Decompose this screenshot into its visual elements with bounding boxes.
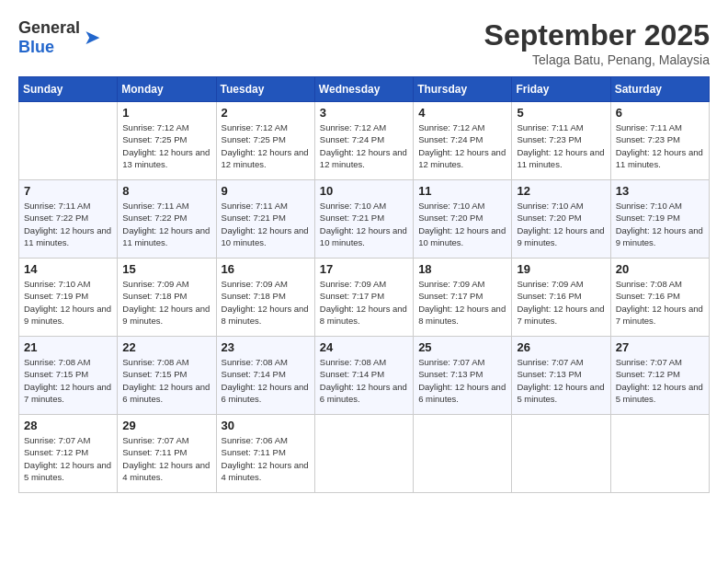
calendar-cell: 9Sunrise: 7:11 AMSunset: 7:21 PMDaylight… — [216, 180, 314, 259]
calendar-cell: 10Sunrise: 7:10 AMSunset: 7:21 PMDayligh… — [314, 180, 413, 259]
calendar-cell: 12Sunrise: 7:10 AMSunset: 7:20 PMDayligh… — [512, 180, 610, 259]
calendar-cell — [314, 415, 413, 493]
day-number: 12 — [517, 184, 605, 198]
day-number: 7 — [24, 184, 112, 198]
day-number: 28 — [24, 419, 112, 432]
day-info: Sunrise: 7:08 AMSunset: 7:16 PMDaylight:… — [616, 278, 704, 327]
day-info: Sunrise: 7:12 AMSunset: 7:25 PMDaylight:… — [122, 121, 210, 170]
calendar-cell: 21Sunrise: 7:08 AMSunset: 7:15 PMDayligh… — [19, 337, 118, 415]
calendar-cell: 27Sunrise: 7:07 AMSunset: 7:12 PMDayligh… — [610, 337, 709, 415]
day-number: 5 — [517, 106, 605, 120]
day-info: Sunrise: 7:10 AMSunset: 7:20 PMDaylight:… — [418, 200, 506, 248]
day-number: 17 — [320, 262, 408, 276]
calendar-cell — [610, 415, 709, 493]
day-number: 26 — [517, 340, 605, 354]
day-number: 9 — [222, 184, 310, 198]
day-number: 25 — [418, 340, 506, 354]
day-info: Sunrise: 7:06 AMSunset: 7:11 PMDaylight:… — [222, 434, 310, 483]
calendar-cell: 22Sunrise: 7:08 AMSunset: 7:15 PMDayligh… — [118, 337, 216, 415]
calendar-week-row: 7Sunrise: 7:11 AMSunset: 7:22 PMDaylight… — [19, 180, 710, 259]
day-number: 14 — [24, 262, 112, 276]
day-info: Sunrise: 7:08 AMSunset: 7:15 PMDaylight:… — [24, 356, 112, 405]
day-number: 2 — [222, 106, 310, 120]
day-info: Sunrise: 7:10 AMSunset: 7:21 PMDaylight:… — [320, 200, 408, 248]
day-number: 18 — [418, 262, 506, 276]
weekday-header-row: SundayMondayTuesdayWednesdayThursdayFrid… — [19, 77, 710, 102]
logo-text: General Blue — [18, 18, 80, 57]
day-info: Sunrise: 7:12 AMSunset: 7:25 PMDaylight:… — [222, 121, 310, 170]
calendar-cell: 23Sunrise: 7:08 AMSunset: 7:14 PMDayligh… — [216, 337, 314, 415]
day-number: 30 — [222, 419, 310, 432]
logo-blue: Blue — [18, 38, 54, 56]
weekday-header-tuesday: Tuesday — [216, 77, 314, 102]
calendar-week-row: 21Sunrise: 7:08 AMSunset: 7:15 PMDayligh… — [19, 337, 710, 415]
day-info: Sunrise: 7:10 AMSunset: 7:19 PMDaylight:… — [616, 200, 704, 248]
logo: General Blue ➤ — [18, 18, 100, 57]
calendar-cell: 3Sunrise: 7:12 AMSunset: 7:24 PMDaylight… — [314, 102, 413, 180]
day-info: Sunrise: 7:09 AMSunset: 7:16 PMDaylight:… — [517, 278, 605, 327]
day-number: 1 — [122, 106, 210, 120]
day-info: Sunrise: 7:07 AMSunset: 7:12 PMDaylight:… — [616, 356, 704, 405]
day-number: 11 — [418, 184, 506, 198]
page-header: General Blue ➤ September 2025 Telaga Bat… — [18, 18, 710, 67]
calendar-cell: 14Sunrise: 7:10 AMSunset: 7:19 PMDayligh… — [19, 259, 118, 337]
title-block: September 2025 Telaga Batu, Penang, Mala… — [484, 18, 710, 67]
weekday-header-sunday: Sunday — [19, 77, 118, 102]
day-number: 8 — [122, 184, 210, 198]
day-info: Sunrise: 7:08 AMSunset: 7:14 PMDaylight:… — [320, 356, 408, 405]
calendar-cell: 24Sunrise: 7:08 AMSunset: 7:14 PMDayligh… — [314, 337, 413, 415]
calendar-table: SundayMondayTuesdayWednesdayThursdayFrid… — [18, 76, 710, 493]
day-info: Sunrise: 7:11 AMSunset: 7:22 PMDaylight:… — [24, 200, 112, 248]
logo-general: General — [18, 18, 80, 37]
calendar-cell — [19, 102, 118, 180]
calendar-cell: 17Sunrise: 7:09 AMSunset: 7:17 PMDayligh… — [314, 259, 413, 337]
calendar-cell: 25Sunrise: 7:07 AMSunset: 7:13 PMDayligh… — [414, 337, 512, 415]
day-info: Sunrise: 7:07 AMSunset: 7:13 PMDaylight:… — [517, 356, 605, 405]
day-info: Sunrise: 7:09 AMSunset: 7:18 PMDaylight:… — [122, 278, 210, 327]
calendar-cell: 6Sunrise: 7:11 AMSunset: 7:23 PMDaylight… — [610, 102, 709, 180]
weekday-header-saturday: Saturday — [610, 77, 709, 102]
day-number: 29 — [122, 419, 210, 432]
day-number: 24 — [320, 340, 408, 354]
calendar-cell: 29Sunrise: 7:07 AMSunset: 7:11 PMDayligh… — [118, 415, 216, 493]
weekday-header-thursday: Thursday — [414, 77, 512, 102]
day-number: 19 — [517, 262, 605, 276]
day-info: Sunrise: 7:09 AMSunset: 7:17 PMDaylight:… — [320, 278, 408, 327]
day-number: 4 — [418, 106, 506, 120]
calendar-cell: 13Sunrise: 7:10 AMSunset: 7:19 PMDayligh… — [610, 180, 709, 259]
day-number: 21 — [24, 340, 112, 354]
day-info: Sunrise: 7:11 AMSunset: 7:23 PMDaylight:… — [616, 121, 704, 170]
day-number: 6 — [616, 106, 704, 120]
day-info: Sunrise: 7:09 AMSunset: 7:17 PMDaylight:… — [418, 278, 506, 327]
logo-bird-icon: ➤ — [84, 26, 100, 50]
day-number: 15 — [122, 262, 210, 276]
calendar-cell: 18Sunrise: 7:09 AMSunset: 7:17 PMDayligh… — [414, 259, 512, 337]
calendar-cell: 11Sunrise: 7:10 AMSunset: 7:20 PMDayligh… — [414, 180, 512, 259]
calendar-cell: 15Sunrise: 7:09 AMSunset: 7:18 PMDayligh… — [118, 259, 216, 337]
calendar-cell: 8Sunrise: 7:11 AMSunset: 7:22 PMDaylight… — [118, 180, 216, 259]
day-info: Sunrise: 7:11 AMSunset: 7:22 PMDaylight:… — [122, 200, 210, 248]
day-number: 13 — [616, 184, 704, 198]
weekday-header-monday: Monday — [118, 77, 216, 102]
day-info: Sunrise: 7:12 AMSunset: 7:24 PMDaylight:… — [418, 121, 506, 170]
day-number: 27 — [616, 340, 704, 354]
calendar-week-row: 28Sunrise: 7:07 AMSunset: 7:12 PMDayligh… — [19, 415, 710, 493]
calendar-week-row: 1Sunrise: 7:12 AMSunset: 7:25 PMDaylight… — [19, 102, 710, 180]
calendar-cell: 26Sunrise: 7:07 AMSunset: 7:13 PMDayligh… — [512, 337, 610, 415]
day-number: 20 — [616, 262, 704, 276]
day-info: Sunrise: 7:07 AMSunset: 7:12 PMDaylight:… — [24, 434, 112, 483]
location-title: Telaga Batu, Penang, Malaysia — [484, 52, 710, 67]
calendar-cell: 19Sunrise: 7:09 AMSunset: 7:16 PMDayligh… — [512, 259, 610, 337]
day-info: Sunrise: 7:12 AMSunset: 7:24 PMDaylight:… — [320, 121, 408, 170]
calendar-cell: 20Sunrise: 7:08 AMSunset: 7:16 PMDayligh… — [610, 259, 709, 337]
day-info: Sunrise: 7:08 AMSunset: 7:14 PMDaylight:… — [222, 356, 310, 405]
day-info: Sunrise: 7:07 AMSunset: 7:11 PMDaylight:… — [122, 434, 210, 483]
day-number: 10 — [320, 184, 408, 198]
day-number: 16 — [222, 262, 310, 276]
day-info: Sunrise: 7:10 AMSunset: 7:20 PMDaylight:… — [517, 200, 605, 248]
calendar-cell: 1Sunrise: 7:12 AMSunset: 7:25 PMDaylight… — [118, 102, 216, 180]
day-info: Sunrise: 7:11 AMSunset: 7:23 PMDaylight:… — [517, 121, 605, 170]
month-title: September 2025 — [484, 18, 710, 52]
calendar-week-row: 14Sunrise: 7:10 AMSunset: 7:19 PMDayligh… — [19, 259, 710, 337]
day-number: 23 — [222, 340, 310, 354]
